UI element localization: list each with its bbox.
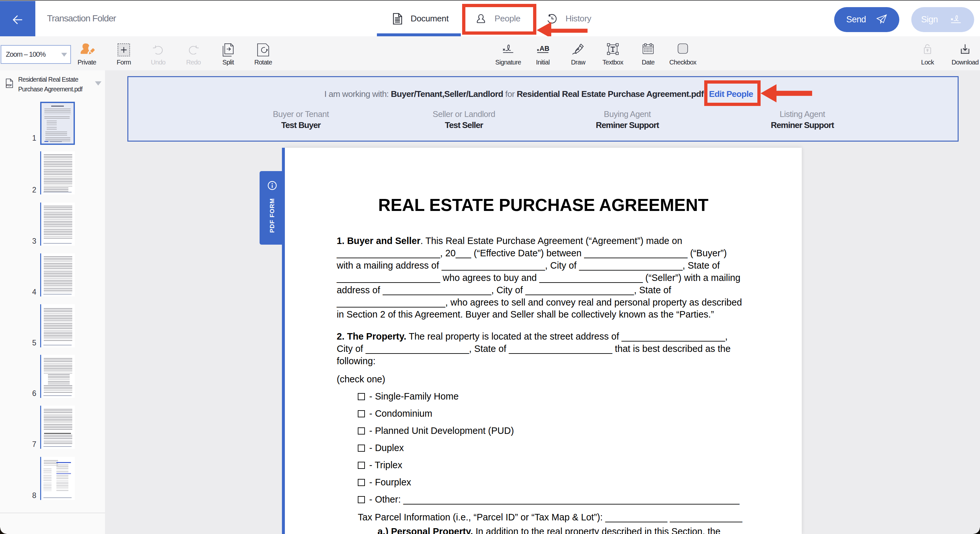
svg-text:PDF: PDF xyxy=(6,84,12,87)
svg-text:AB: AB xyxy=(539,45,550,52)
